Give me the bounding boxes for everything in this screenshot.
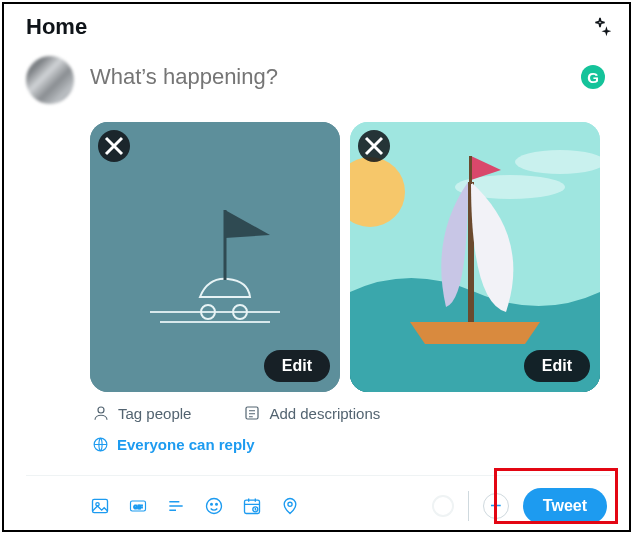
grammarly-icon[interactable]: G	[581, 65, 605, 89]
remove-media-button[interactable]	[358, 130, 390, 162]
schedule-icon[interactable]	[242, 496, 262, 516]
svg-rect-8	[469, 156, 472, 184]
avatar[interactable]	[26, 56, 74, 104]
separator	[468, 491, 469, 521]
poll-icon[interactable]	[166, 496, 186, 516]
media-meta-row: Tag people Add descriptions	[92, 404, 611, 422]
add-thread-button[interactable]: +	[483, 493, 509, 519]
gif-icon[interactable]: GIF	[128, 496, 148, 516]
edit-media-button[interactable]: Edit	[524, 350, 590, 382]
media-attachments: Edit	[90, 122, 611, 392]
page-title: Home	[26, 14, 87, 40]
tweet-button[interactable]: Tweet	[523, 488, 607, 524]
emoji-icon[interactable]	[204, 496, 224, 516]
compose-area: G Edit	[4, 48, 629, 457]
media-card: Edit	[350, 122, 600, 392]
svg-text:GIF: GIF	[133, 504, 143, 510]
compose-toolbar: GIF + Tweet	[4, 476, 629, 524]
reply-setting-label: Everyone can reply	[117, 436, 255, 453]
header: Home	[4, 4, 629, 48]
svg-point-18	[216, 504, 218, 506]
image-icon[interactable]	[90, 496, 110, 516]
tag-people-button[interactable]: Tag people	[92, 404, 191, 422]
edit-media-button[interactable]: Edit	[264, 350, 330, 382]
remove-media-button[interactable]	[98, 130, 130, 162]
tag-people-label: Tag people	[118, 405, 191, 422]
svg-rect-12	[93, 499, 108, 512]
svg-point-17	[211, 504, 213, 506]
location-icon[interactable]	[280, 496, 300, 516]
sparkle-icon[interactable]	[589, 16, 611, 38]
svg-point-21	[288, 502, 292, 506]
app-frame: Home G	[2, 2, 631, 532]
add-descriptions-label: Add descriptions	[269, 405, 380, 422]
reply-setting-button[interactable]: Everyone can reply	[92, 436, 255, 453]
tweet-input[interactable]	[90, 64, 581, 90]
add-descriptions-button[interactable]: Add descriptions	[243, 404, 380, 422]
media-card: Edit	[90, 122, 340, 392]
svg-point-16	[207, 499, 222, 514]
character-count-circle	[432, 495, 454, 517]
svg-point-9	[98, 407, 104, 413]
